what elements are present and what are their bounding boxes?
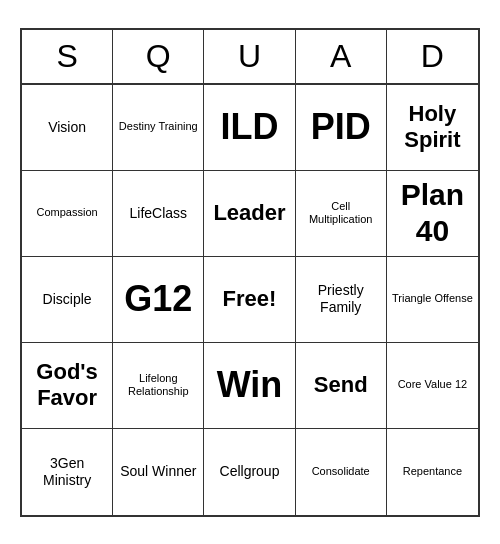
bingo-cell: Soul Winner [113,429,204,515]
bingo-card: SQUAD VisionDestiny TrainingILDPIDHoly S… [20,28,480,517]
bingo-cell: Vision [22,85,113,171]
bingo-cell: PID [296,85,387,171]
bingo-cell: Core Value 12 [387,343,478,429]
bingo-cell: Free! [204,257,295,343]
bingo-cell: Consolidate [296,429,387,515]
bingo-cell: 3Gen Ministry [22,429,113,515]
header-letter: A [296,30,387,83]
header-letter: U [204,30,295,83]
bingo-grid: VisionDestiny TrainingILDPIDHoly SpiritC… [22,85,478,515]
bingo-cell: Disciple [22,257,113,343]
bingo-cell: Holy Spirit [387,85,478,171]
bingo-cell: ILD [204,85,295,171]
header-letter: Q [113,30,204,83]
bingo-cell: Send [296,343,387,429]
bingo-header: SQUAD [22,30,478,85]
bingo-cell: LifeClass [113,171,204,257]
bingo-cell: Destiny Training [113,85,204,171]
bingo-cell: Compassion [22,171,113,257]
header-letter: S [22,30,113,83]
header-letter: D [387,30,478,83]
bingo-cell: God's Favor [22,343,113,429]
bingo-cell: Triangle Offense [387,257,478,343]
bingo-cell: Leader [204,171,295,257]
bingo-cell: Priestly Family [296,257,387,343]
bingo-cell: Plan 40 [387,171,478,257]
bingo-cell: Repentance [387,429,478,515]
bingo-cell: Cellgroup [204,429,295,515]
bingo-cell: G12 [113,257,204,343]
bingo-cell: Cell Multiplication [296,171,387,257]
bingo-cell: Lifelong Relationship [113,343,204,429]
bingo-cell: Win [204,343,295,429]
